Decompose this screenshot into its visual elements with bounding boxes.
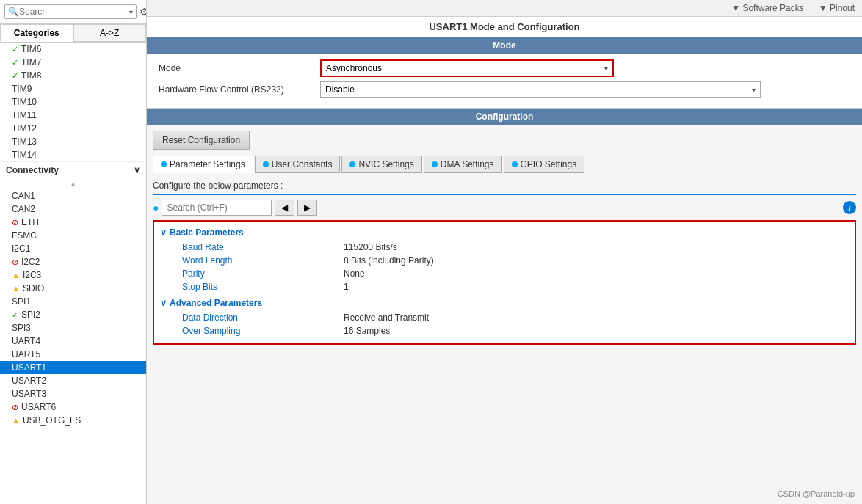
advanced-params-header[interactable]: ∨ Advanced Parameters [160, 298, 849, 308]
sidebar-item-eth[interactable]: ⊘ ETH [0, 216, 146, 229]
sidebar-item-label: UART5 [12, 349, 40, 359]
param-name-parity: Parity [182, 269, 344, 279]
param-value-baud-rate: 115200 Bits/s [344, 242, 397, 252]
sidebar-item-spi2[interactable]: ✓ SPI2 [0, 308, 146, 321]
sidebar-item-tim6[interactable]: ✓ TIM6 [0, 43, 146, 56]
sidebar-item-label: USB_OTG_FS [23, 415, 81, 426]
mode-label: Mode [159, 63, 320, 73]
search-dropdown-icon[interactable]: ▾ [129, 8, 133, 16]
sidebar-item-i2c1[interactable]: I2C1 [0, 242, 146, 255]
warning-icon: ▲ [12, 284, 20, 293]
flow-control-label: Hardware Flow Control (RS232) [159, 84, 320, 95]
sidebar-item-label: TIM11 [12, 110, 37, 120]
software-packs-nav[interactable]: ▼ Software Packs [731, 3, 804, 13]
sidebar-item-tim10[interactable]: TIM10 [0, 95, 146, 109]
params-panel: ∨ Basic Parameters Baud Rate 115200 Bits… [153, 220, 856, 345]
sidebar-section-connectivity[interactable]: Connectivity ∨ [0, 161, 146, 178]
sidebar-item-tim12[interactable]: TIM12 [0, 122, 146, 135]
sidebar-item-tim13[interactable]: TIM13 [0, 135, 146, 148]
config-tabs: Parameter Settings User Constants NVIC S… [153, 156, 856, 173]
check-icon: ✓ [12, 58, 18, 67]
search-next-button[interactable]: ▶ [297, 200, 317, 216]
param-value-data-direction: Receive and Transmit [344, 313, 429, 323]
sidebar-item-usart3[interactable]: USART3 [0, 387, 146, 401]
sidebar-item-label: CAN1 [12, 191, 35, 201]
param-row-over-sampling: Over Sampling 16 Samples [160, 324, 849, 337]
search-input[interactable] [19, 7, 129, 17]
sidebar-item-uart4[interactable]: UART4 [0, 335, 146, 348]
flow-select-arrow: ▾ [752, 86, 756, 94]
mode-value: Asynchronous [326, 63, 382, 73]
sidebar-item-tim7[interactable]: ✓ TIM7 [0, 56, 146, 69]
tab-dma-settings[interactable]: DMA Settings [424, 156, 502, 173]
sidebar-item-can1[interactable]: CAN1 [0, 189, 146, 202]
sidebar-item-label: USART1 [12, 362, 46, 373]
configure-label: Configure the below parameters : [153, 178, 856, 195]
mode-select-arrow: ▾ [604, 65, 608, 73]
sidebar-item-label: USART6 [21, 402, 56, 412]
sidebar-item-tim8[interactable]: ✓ TIM8 [0, 69, 146, 82]
flow-control-select[interactable]: Disable ▾ [320, 81, 761, 98]
sidebar-item-tim14[interactable]: TIM14 [0, 148, 146, 161]
sidebar-item-label: I2C1 [12, 244, 30, 254]
sidebar-item-label: TIM10 [12, 97, 37, 107]
pinout-nav[interactable]: ▼ Pinout [819, 3, 855, 13]
basic-params-header[interactable]: ∨ Basic Parameters [160, 227, 849, 238]
mode-content: Mode Asynchronous ▾ Hardware Flow Contro… [147, 54, 862, 109]
sidebar-item-label: TIM13 [12, 136, 37, 147]
sidebar-item-spi1[interactable]: SPI1 [0, 295, 146, 308]
sidebar-item-label: UART4 [12, 336, 40, 346]
check-icon: ✓ [12, 310, 18, 320]
info-icon[interactable]: i [843, 201, 856, 214]
gear-icon[interactable]: ⚙ [140, 6, 147, 18]
sidebar-search-box[interactable]: 🔍 ▾ [4, 4, 137, 19]
param-value-over-sampling: 16 Samples [344, 326, 390, 336]
sidebar-item-sdio[interactable]: ▲ SDIO [0, 282, 146, 295]
mode-row: Mode Asynchronous ▾ [159, 59, 850, 77]
param-search-input[interactable] [162, 200, 272, 216]
sidebar-item-label: TIM8 [21, 70, 41, 81]
param-name-data-direction: Data Direction [182, 313, 344, 323]
reset-configuration-button[interactable]: Reset Configuration [153, 131, 250, 150]
sidebar-item-can2[interactable]: CAN2 [0, 202, 146, 216]
tab-label: DMA Settings [441, 159, 494, 169]
sidebar-item-label: TIM9 [12, 84, 32, 94]
param-name-stop-bits: Stop Bits [182, 282, 344, 292]
tab-parameter-settings[interactable]: Parameter Settings [153, 156, 253, 173]
sidebar-item-label: SPI1 [12, 296, 31, 307]
sidebar-item-tim11[interactable]: TIM11 [0, 109, 146, 122]
tab-nvic-settings[interactable]: NVIC Settings [341, 156, 421, 173]
search-prev-button[interactable]: ◀ [275, 200, 294, 216]
top-nav: ▼ Software Packs ▼ Pinout [147, 0, 862, 17]
sidebar-item-label: TIM7 [21, 57, 41, 67]
sidebar-item-i2c3[interactable]: ▲ I2C3 [0, 269, 146, 282]
sidebar-item-label: TIM12 [12, 123, 37, 134]
mode-select[interactable]: Asynchronous ▾ [320, 59, 614, 77]
sidebar-item-usart2[interactable]: USART2 [0, 374, 146, 387]
sidebar-item-fsmc[interactable]: FSMC [0, 229, 146, 242]
main-header: USART1 Mode and Configuration [147, 17, 862, 37]
sidebar: 🔍 ▾ ⚙ Categories A->Z ✓ TIM6 ✓ TIM7 ✓ TI… [0, 0, 147, 504]
watermark: CSDN @Paranoid-up [778, 489, 855, 498]
sidebar-item-label: SPI2 [21, 310, 40, 320]
sidebar-item-i2c2[interactable]: ⊘ I2C2 [0, 255, 146, 269]
sidebar-item-spi3[interactable]: SPI3 [0, 321, 146, 335]
warning-icon: ▲ [12, 271, 20, 280]
tab-dot-icon [263, 161, 269, 167]
sidebar-item-usart1[interactable]: USART1 [0, 361, 146, 374]
tab-categories[interactable]: Categories [0, 24, 73, 42]
param-row-word-length: Word Length 8 Bits (including Parity) [160, 254, 849, 267]
tab-atoz[interactable]: A->Z [73, 24, 147, 42]
sidebar-item-label: I2C2 [21, 257, 40, 267]
param-name-word-length: Word Length [182, 255, 344, 266]
main-content: ▼ Software Packs ▼ Pinout USART1 Mode an… [147, 0, 862, 504]
small-dot-icon: ● [153, 202, 159, 213]
sidebar-item-uart5[interactable]: UART5 [0, 348, 146, 361]
param-row-baud-rate: Baud Rate 115200 Bits/s [160, 241, 849, 254]
tab-gpio-settings[interactable]: GPIO Settings [504, 156, 585, 173]
check-icon: ✓ [12, 45, 18, 54]
sidebar-item-tim9[interactable]: TIM9 [0, 82, 146, 95]
sidebar-item-usart6[interactable]: ⊘ USART6 [0, 401, 146, 414]
tab-user-constants[interactable]: User Constants [255, 156, 341, 173]
sidebar-item-usb-otg-fs[interactable]: ▲ USB_OTG_FS [0, 414, 146, 427]
